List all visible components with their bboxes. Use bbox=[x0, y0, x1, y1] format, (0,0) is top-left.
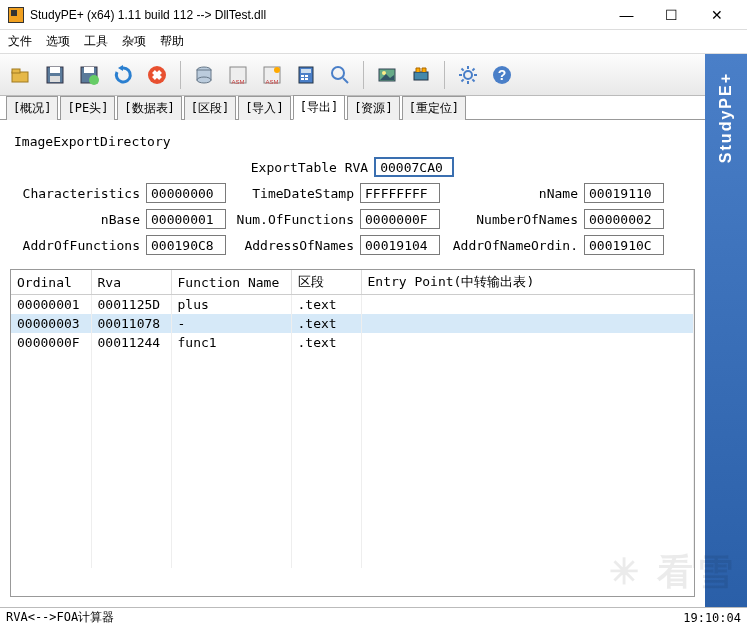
col-rva[interactable]: Rva bbox=[91, 270, 171, 295]
characteristics-label: Characteristics bbox=[10, 186, 140, 201]
refresh-button[interactable] bbox=[108, 60, 138, 90]
image-button[interactable] bbox=[372, 60, 402, 90]
tab-reloc[interactable]: [重定位] bbox=[402, 96, 466, 120]
minimize-button[interactable]: ― bbox=[604, 1, 649, 29]
nname-input[interactable] bbox=[584, 183, 664, 203]
calculator-button[interactable] bbox=[291, 60, 321, 90]
svg-text:ASM: ASM bbox=[265, 79, 278, 85]
table-cell bbox=[361, 314, 694, 333]
window-title: StudyPE+ (x64) 1.11 build 112 --> DllTes… bbox=[30, 8, 604, 22]
delete-button[interactable] bbox=[142, 60, 172, 90]
tab-resources[interactable]: [资源] bbox=[347, 96, 399, 120]
export-rva-input[interactable] bbox=[374, 157, 454, 177]
menu-file[interactable]: 文件 bbox=[8, 33, 32, 50]
help-button[interactable]: ? bbox=[487, 60, 517, 90]
open-button[interactable] bbox=[6, 60, 36, 90]
tab-sections[interactable]: [区段] bbox=[184, 96, 236, 120]
app-icon bbox=[8, 7, 24, 23]
table-cell: 0001125D bbox=[91, 295, 171, 315]
table-row[interactable] bbox=[11, 478, 694, 496]
svg-text:?: ? bbox=[498, 67, 507, 83]
export-pane: ImageExportDirectory ExportTable RVA Cha… bbox=[0, 120, 705, 607]
tab-data-table[interactable]: [数据表] bbox=[117, 96, 181, 120]
table-row[interactable] bbox=[11, 424, 694, 442]
menu-help[interactable]: 帮助 bbox=[160, 33, 184, 50]
addrnames-input[interactable] bbox=[360, 235, 440, 255]
table-cell: plus bbox=[171, 295, 291, 315]
menu-tools[interactable]: 工具 bbox=[84, 33, 108, 50]
table-row[interactable] bbox=[11, 514, 694, 532]
asm-button[interactable]: ASM bbox=[223, 60, 253, 90]
svg-line-38 bbox=[472, 68, 474, 70]
svg-point-25 bbox=[332, 67, 344, 79]
addrordin-input[interactable] bbox=[584, 235, 664, 255]
status-left[interactable]: RVA<-->FOA计算器 bbox=[6, 609, 114, 626]
nname-label: nName bbox=[448, 186, 578, 201]
plugin-button[interactable] bbox=[406, 60, 436, 90]
table-row[interactable] bbox=[11, 370, 694, 388]
col-section[interactable]: 区段 bbox=[291, 270, 361, 295]
tab-imports[interactable]: [导入] bbox=[238, 96, 290, 120]
svg-rect-23 bbox=[301, 78, 304, 80]
side-app-name: StudyPE+ bbox=[717, 72, 735, 163]
toolbar: ASM ASM ? bbox=[0, 54, 705, 96]
table-cell: .text bbox=[291, 295, 361, 315]
table-row[interactable] bbox=[11, 406, 694, 424]
table-row[interactable] bbox=[11, 388, 694, 406]
svg-line-36 bbox=[472, 79, 474, 81]
characteristics-input[interactable] bbox=[146, 183, 226, 203]
svg-text:ASM: ASM bbox=[231, 79, 244, 85]
search-button[interactable] bbox=[325, 60, 355, 90]
col-entry[interactable]: Entry Point(中转输出表) bbox=[361, 270, 694, 295]
table-row[interactable] bbox=[11, 460, 694, 478]
svg-rect-3 bbox=[50, 67, 60, 73]
save-button[interactable] bbox=[40, 60, 70, 90]
addrordin-label: AddrOfNameOrdin. bbox=[448, 238, 578, 253]
export-rva-label: ExportTable RVA bbox=[251, 160, 368, 175]
table-row[interactable] bbox=[11, 532, 694, 550]
table-row[interactable] bbox=[11, 442, 694, 460]
addrfuncs-input[interactable] bbox=[146, 235, 226, 255]
close-button[interactable]: ✕ bbox=[694, 1, 739, 29]
tab-overview[interactable]: [概况] bbox=[6, 96, 58, 120]
database-button[interactable] bbox=[189, 60, 219, 90]
table-row[interactable]: 0000000300011078-.text bbox=[11, 314, 694, 333]
timestamp-label: TimeDateStamp bbox=[234, 186, 354, 201]
table-cell bbox=[361, 295, 694, 315]
svg-line-35 bbox=[462, 68, 464, 70]
nfuncs-input[interactable] bbox=[360, 209, 440, 229]
menubar: 文件 选项 工具 杂项 帮助 bbox=[0, 30, 747, 54]
nbase-input[interactable] bbox=[146, 209, 226, 229]
svg-point-7 bbox=[89, 75, 99, 85]
table-cell: 00000003 bbox=[11, 314, 91, 333]
nnames-input[interactable] bbox=[584, 209, 664, 229]
addrnames-label: AddressOfNames bbox=[234, 238, 354, 253]
save-as-button[interactable] bbox=[74, 60, 104, 90]
export-table[interactable]: Ordinal Rva Function Name 区段 Entry Point… bbox=[11, 270, 694, 568]
asm2-button[interactable]: ASM bbox=[257, 60, 287, 90]
table-row[interactable]: 000000010001125Dplus.text bbox=[11, 295, 694, 315]
col-ordinal[interactable]: Ordinal bbox=[11, 270, 91, 295]
settings-button[interactable] bbox=[453, 60, 483, 90]
section-title: ImageExportDirectory bbox=[14, 134, 695, 149]
nfuncs-label: Num.OfFunctions bbox=[234, 212, 354, 227]
table-row[interactable] bbox=[11, 352, 694, 370]
table-cell: 0000000F bbox=[11, 333, 91, 352]
table-cell: - bbox=[171, 314, 291, 333]
col-funcname[interactable]: Function Name bbox=[171, 270, 291, 295]
tab-pe-header[interactable]: [PE头] bbox=[60, 96, 115, 120]
menu-misc[interactable]: 杂项 bbox=[122, 33, 146, 50]
tab-exports[interactable]: [导出] bbox=[293, 95, 345, 120]
svg-line-37 bbox=[462, 79, 464, 81]
toolbar-separator bbox=[180, 61, 181, 89]
menu-options[interactable]: 选项 bbox=[46, 33, 70, 50]
svg-rect-22 bbox=[305, 75, 308, 77]
maximize-button[interactable]: ☐ bbox=[649, 1, 694, 29]
table-cell: 00000001 bbox=[11, 295, 91, 315]
table-row[interactable] bbox=[11, 550, 694, 568]
timestamp-input[interactable] bbox=[360, 183, 440, 203]
table-row[interactable]: 0000000F00011244func1.text bbox=[11, 333, 694, 352]
toolbar-separator bbox=[363, 61, 364, 89]
table-row[interactable] bbox=[11, 496, 694, 514]
table-cell: 00011244 bbox=[91, 333, 171, 352]
